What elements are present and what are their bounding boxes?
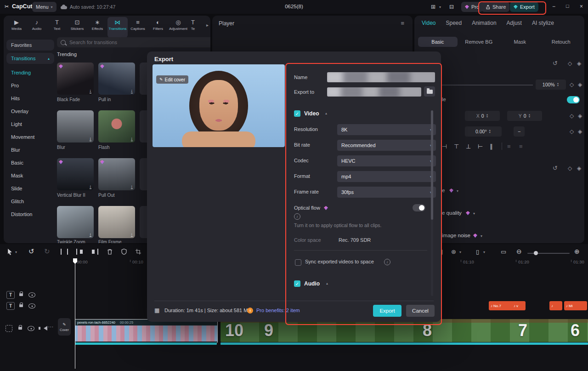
sidebar-item-trending[interactable]: Trending <box>6 66 54 79</box>
download-icon[interactable]: ↓ <box>131 184 133 189</box>
tab-effects[interactable]: ∗Effects <box>87 17 107 38</box>
zoom-slider-knob[interactable] <box>534 251 538 255</box>
info-icon[interactable]: i <box>384 259 390 265</box>
clip-tool-icon[interactable]: ▯ <box>476 248 479 256</box>
search-input[interactable] <box>57 37 210 47</box>
zoom-in-icon[interactable]: ⊕ <box>574 248 580 255</box>
tab-speed[interactable]: Speed <box>446 20 462 26</box>
tab-transitions[interactable]: ⋈Transitions <box>107 17 128 38</box>
notes-panel-icon[interactable]: ⊟ <box>449 4 454 10</box>
collapse-icon[interactable]: ▴ <box>326 281 328 285</box>
cover-button[interactable]: ✎ Cover <box>58 318 71 336</box>
download-icon[interactable]: ↓ <box>90 88 92 93</box>
optical-flow-toggle[interactable] <box>413 204 425 211</box>
download-icon[interactable]: ↓ <box>90 232 92 237</box>
sidebar-item-basic[interactable]: Basic <box>6 156 54 169</box>
video-clip-countdown[interactable]: 10 9 8 7 6 <box>220 319 588 342</box>
tab-media[interactable]: ▶Media <box>6 17 27 38</box>
sidebar-item-movement[interactable]: Movement <box>6 131 54 143</box>
transition-item[interactable]: ↓ <box>57 158 94 190</box>
menu-button[interactable]: Menu ▾ <box>32 2 57 12</box>
share-button[interactable]: Share <box>481 2 509 12</box>
transition-item[interactable]: ↓ <box>98 158 135 190</box>
sidebar-item-hits[interactable]: Hits <box>6 92 54 105</box>
download-icon[interactable]: ↓ <box>90 136 92 141</box>
trim-right-icon[interactable] <box>92 249 98 255</box>
lock-icon[interactable] <box>19 293 23 296</box>
transition-item[interactable]: ↓ <box>98 110 135 143</box>
keyframe-icon[interactable]: ◇ <box>568 60 572 67</box>
align-right-icon[interactable]: ⊢ <box>478 143 483 150</box>
sidebar-item-overlay[interactable]: Overlay <box>6 105 54 118</box>
keyframe-icon[interactable]: ◈ <box>578 113 582 119</box>
tab-more[interactable]: TTe <box>188 17 198 38</box>
dialog-scrollbar-thumb[interactable] <box>431 110 433 220</box>
mute-icon[interactable] <box>44 326 47 331</box>
preview-axis-icon[interactable]: ▭ <box>501 248 506 256</box>
export-button-top[interactable]: Export <box>510 2 538 12</box>
edit-cover-button[interactable]: ✎ Edit cover <box>156 75 188 84</box>
sync-checkbox[interactable] <box>295 259 301 266</box>
stepper-arrows-icon[interactable]: ▲▼ <box>557 82 559 87</box>
align-center-icon[interactable]: ∥ <box>490 143 493 150</box>
subtab-remove-bg[interactable]: Remove BG <box>459 37 499 47</box>
download-icon[interactable]: ↓ <box>131 88 133 93</box>
transition-item[interactable]: ↓ <box>98 63 135 95</box>
download-icon[interactable]: ↓ <box>131 136 133 141</box>
export-confirm-button[interactable]: Export <box>373 305 401 317</box>
maximize-button[interactable]: □ <box>566 3 569 9</box>
tab-adjust[interactable]: Adjust <box>507 20 522 26</box>
collapse-icon[interactable]: ▴ <box>325 111 327 115</box>
distribute-h-icon[interactable]: ≡ <box>507 143 511 150</box>
browse-folder-button[interactable] <box>424 86 435 97</box>
transition-item[interactable]: ↓ <box>57 110 94 143</box>
transition-item[interactable]: ↓ <box>57 206 94 238</box>
audio-effect-clip[interactable]: ♪Mi <box>564 301 587 310</box>
minimize-button[interactable]: − <box>552 3 555 10</box>
split-icon[interactable] <box>61 249 68 255</box>
pro-benefits-link[interactable]: Pro benefits: 2 item <box>256 308 300 313</box>
smart-tool-icon[interactable]: ⊛ <box>451 248 456 256</box>
chevron-down-icon[interactable]: ▾ <box>483 250 485 254</box>
sidebar-item-glitch[interactable]: Glitch <box>6 195 54 208</box>
video-clip-pexels[interactable]: pexels-ron-lach-6652240 00:00:25 <box>75 319 218 343</box>
subtab-basic[interactable]: Basic <box>418 37 458 47</box>
tab-adjustment[interactable]: ◎Adjustment <box>168 17 188 38</box>
tab-audio[interactable]: ♪Audio <box>27 17 47 38</box>
tab-ai-stylize[interactable]: AI stylize <box>532 20 554 26</box>
tab-video[interactable]: Video <box>422 20 435 26</box>
select-tool-icon[interactable] <box>6 248 13 256</box>
audio-effect-clip[interactable]: ♪No.7 <box>489 301 514 310</box>
rotation-stepper[interactable]: 0.00° ▲▼ <box>465 126 502 137</box>
select-tool-chevron-icon[interactable]: ▾ <box>15 250 17 254</box>
scale-slider[interactable] <box>442 85 533 86</box>
position-x-stepper[interactable]: X 0 ▲▼ <box>465 111 500 121</box>
video-checkbox[interactable]: ✓ <box>294 110 300 117</box>
bitrate-select[interactable]: Recommended▾ <box>337 140 436 151</box>
resolution-select[interactable]: 8K▾ <box>337 124 436 135</box>
keyframe-icon[interactable]: ◇ <box>570 128 574 135</box>
export-path-redacted[interactable] <box>327 87 421 97</box>
sidebar-item-distortion[interactable]: Distortion <box>6 208 54 221</box>
keyframe-icon[interactable]: ◇ <box>570 81 574 88</box>
download-icon[interactable]: ↓ <box>90 184 92 189</box>
rotation-reset-button[interactable]: − <box>514 126 525 137</box>
align-left-icon[interactable]: ⊣ <box>442 143 447 150</box>
keyframe-icon[interactable]: ◈ <box>577 60 581 67</box>
subtab-mask[interactable]: Mask <box>500 37 540 47</box>
eye-icon[interactable] <box>28 326 34 331</box>
keyframe-icon[interactable]: ◈ <box>578 128 582 135</box>
chevron-down-icon[interactable]: ▾ <box>481 234 482 238</box>
track-select-icon[interactable] <box>6 325 12 332</box>
tab-text[interactable]: TText <box>47 17 67 38</box>
position-y-stepper[interactable]: Y 0 ▲▼ <box>507 111 542 121</box>
stepper-arrows-icon[interactable]: ▲▼ <box>486 114 488 118</box>
align-top-icon[interactable]: ⊤ <box>454 143 459 150</box>
sidebar-item-mask[interactable]: Mask <box>6 169 54 182</box>
stepper-arrows-icon[interactable]: ▲▼ <box>489 129 491 134</box>
sidebar-item-blur[interactable]: Blur <box>6 143 54 156</box>
subtab-retouch[interactable]: Retouch <box>542 37 581 47</box>
redo-icon[interactable]: ↻ <box>44 248 50 255</box>
audio-effect-clip[interactable]: ♪v <box>512 301 526 310</box>
scale-stepper[interactable]: 100% ▲▼ <box>536 80 566 90</box>
